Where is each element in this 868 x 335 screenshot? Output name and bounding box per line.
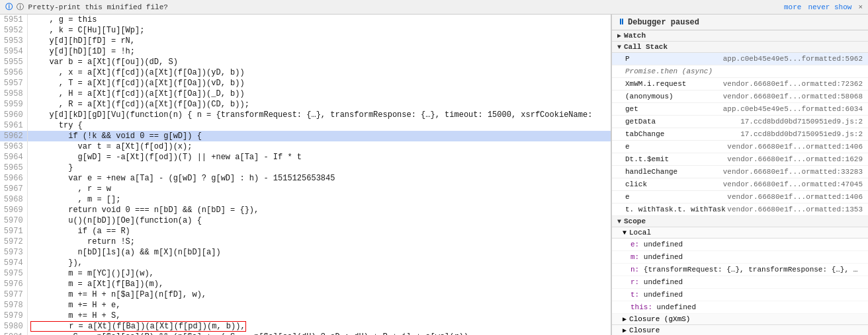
line-content: u()(n[bD])[Oe](function(a) { bbox=[27, 215, 611, 226]
table-row: 5979 m += H + S, bbox=[0, 311, 611, 321]
call-stack-item[interactable]: XmWM.i.requestvendor.66680e1f...ormatted… bbox=[612, 78, 868, 91]
line-content: m += H + S, bbox=[27, 311, 611, 321]
line-number: 5955 bbox=[0, 57, 27, 67]
call-stack-location: vendor.66680e1f...ormatted:1406 bbox=[705, 141, 863, 152]
table-row: 5952 , k = C[Hu][Tu][Wp]; bbox=[0, 25, 611, 36]
line-content: y[d][kD][gD][Vu](function(n) { n = {tran… bbox=[27, 110, 611, 120]
table-row: 5963 var t = a[Xt](f[od])(x); bbox=[0, 141, 611, 152]
line-content: } bbox=[27, 163, 611, 173]
call-stack-item[interactable]: evendor.66680e1f...ormatted:1406 bbox=[612, 191, 868, 204]
debugger-title: Debugger paused bbox=[628, 18, 699, 27]
scope-value: {transformRequest: {…}, transformRespons… bbox=[644, 266, 857, 274]
line-number: 5966 bbox=[0, 173, 27, 184]
line-content: var e = +new a[Ta] - (g[wD] ? g[wD] : h)… bbox=[27, 173, 611, 184]
line-content: , k = C[Hu][Tu][Wp]; bbox=[27, 25, 611, 36]
local-sub-header[interactable]: ▼ Local bbox=[612, 227, 868, 239]
call-stack-item[interactable]: t. withTask.t. withTaskvendor.66680e1f..… bbox=[612, 204, 868, 216]
callstack-section-header[interactable]: ▼ Call Stack bbox=[612, 42, 868, 53]
call-stack-item[interactable]: handleChangevendor.66680e1f...ormatted:3… bbox=[612, 166, 868, 178]
call-stack-name: e bbox=[625, 141, 705, 152]
call-stack-item[interactable]: Papp.c0eb45e49e5...formatted:5962 bbox=[612, 53, 868, 65]
pretty-print-notice: ⓘ ⓘ Pretty-print this minified file? bbox=[5, 2, 168, 12]
scope-item: n: {transformRequest: {…}, transformResp… bbox=[612, 264, 868, 276]
call-stack-location: vendor.66680e1f...ormatted:1406 bbox=[705, 192, 863, 202]
line-content: g[wD] = -a[Xt](f[od])(T) || +new a[Ta] -… bbox=[27, 152, 611, 163]
line-content: , m = []; bbox=[27, 194, 611, 205]
call-stack-item[interactable]: evendor.66680e1f...ormatted:1406 bbox=[612, 141, 868, 153]
line-content: -S == n[$a][ca](R) && (n[$a] += (-S == n… bbox=[27, 332, 611, 335]
table-row: 5970 u()(n[bD])[Oe](function(a) { bbox=[0, 215, 611, 226]
table-row: 5965 } bbox=[0, 163, 611, 173]
line-content: try { bbox=[27, 120, 611, 131]
table-row: 5957 , T = a[Xt](f[cd])(a[Xt](f[Oa])(vD,… bbox=[0, 78, 611, 89]
line-number: 5951 bbox=[0, 15, 27, 25]
line-number: 5967 bbox=[0, 184, 27, 194]
line-content: n[bD][ls](a) && m[X](n[bD][a]) bbox=[27, 247, 611, 258]
line-number: 5959 bbox=[0, 99, 27, 110]
line-content: , x = a[Xt](f[cd])(a[Xt](f[Oa])(yD, b)) bbox=[27, 67, 611, 78]
local-label: Local bbox=[629, 229, 651, 237]
line-number: 5974 bbox=[0, 258, 27, 268]
call-stack-name: Dt.t.$emit bbox=[625, 154, 705, 165]
line-number: 5962 bbox=[0, 131, 27, 141]
line-content: y[d][hD][fD] = rN, bbox=[27, 36, 611, 46]
pretty-print-text: ⓘ Pretty-print this minified file? bbox=[17, 2, 168, 12]
line-content: m += H + n[$a][Pa](n[fD], w), bbox=[27, 289, 611, 300]
scope-label: Scope bbox=[624, 217, 646, 225]
local-arrow: ▼ bbox=[623, 229, 627, 237]
table-row: 5953 y[d][hD][fD] = rN, bbox=[0, 36, 611, 46]
table-row: 5967 , r = w bbox=[0, 184, 611, 194]
line-content: }), bbox=[27, 258, 611, 268]
call-stack-location: app.c0eb45e49e5...formatted:5962 bbox=[705, 54, 863, 64]
closure-gxms-label: Closure (gXmS) bbox=[629, 315, 690, 323]
call-stack-location: vendor.66680e1f...ormatted:47045 bbox=[705, 179, 863, 190]
call-stack-item[interactable]: clickvendor.66680e1f...ormatted:47045 bbox=[612, 178, 868, 191]
line-number: 5954 bbox=[0, 46, 27, 57]
call-stack-location: app.c0eb45e49e5...formatted:6034 bbox=[705, 104, 863, 114]
table-row: 5975 m = m[YC]()[J](w), bbox=[0, 268, 611, 279]
callstack-arrow: ▼ bbox=[617, 44, 621, 51]
line-number: 5961 bbox=[0, 120, 27, 131]
table-row: 5958 , H = a[Xt](f[cd])(a[Xt](f[Oa])(_D,… bbox=[0, 89, 611, 99]
line-content: if (a == R) bbox=[27, 226, 611, 237]
line-number: 5964 bbox=[0, 152, 27, 163]
line-content: if (!k && void 0 == g[wD]) { bbox=[27, 131, 611, 141]
line-number: 5973 bbox=[0, 247, 27, 258]
call-stack-name: Promise.then (async) bbox=[625, 66, 713, 77]
table-row: 5961 try { bbox=[0, 120, 611, 131]
closure-header[interactable]: ▶ Closure bbox=[612, 325, 868, 335]
line-content: m = m[YC]()[J](w), bbox=[27, 268, 611, 279]
line-number: 5956 bbox=[0, 67, 27, 78]
top-bar-actions[interactable]: more never show × bbox=[784, 3, 863, 11]
call-stack-name: click bbox=[625, 179, 705, 190]
call-stack-location bbox=[713, 66, 863, 77]
scope-value: undefined bbox=[644, 278, 683, 286]
scope-item: this: undefined bbox=[612, 301, 868, 314]
table-row: 5962 if (!k && void 0 == g[wD]) { bbox=[0, 131, 611, 141]
line-content: var t = a[Xt](f[od])(x); bbox=[27, 141, 611, 152]
table-row: 5964 g[wD] = -a[Xt](f[od])(T) || +new a[… bbox=[0, 152, 611, 163]
code-table: 5951 , g = this5952 , k = C[Hu][Tu][Wp];… bbox=[0, 15, 611, 335]
table-row: 5974 }), bbox=[0, 258, 611, 268]
line-number: 5957 bbox=[0, 78, 27, 89]
code-panel[interactable]: 5951 , g = this5952 , k = C[Hu][Tu][Wp];… bbox=[0, 15, 611, 335]
line-content: , R = a[Xt](f[cd])(a[Xt](f[Oa])(CD, b)); bbox=[27, 99, 611, 110]
call-stack-item[interactable]: Dt.t.$emitvendor.66680e1f...ormatted:162… bbox=[612, 153, 868, 166]
scope-key: r: bbox=[630, 278, 644, 286]
call-stack-item[interactable]: Promise.then (async) bbox=[612, 65, 868, 78]
never-show-link[interactable]: never show bbox=[808, 3, 851, 11]
more-link[interactable]: more bbox=[784, 3, 801, 11]
call-stack-item[interactable]: (anonymous)vendor.66680e1f...ormatted:58… bbox=[612, 91, 868, 103]
closure-gxms-header[interactable]: ▶ Closure (gXmS) bbox=[612, 314, 868, 325]
close-icon[interactable]: × bbox=[858, 3, 863, 11]
call-stack-item[interactable]: getData17.ccd8bdd0bd7150951ed9.js:2 bbox=[612, 116, 868, 128]
line-number: 5960 bbox=[0, 110, 27, 120]
line-content: y[d][hD][1D] = !h; bbox=[27, 46, 611, 57]
line-number: 5952 bbox=[0, 25, 27, 36]
watch-section-header[interactable]: ▶ Watch bbox=[612, 30, 868, 42]
table-row: 5976 m = a[Xt](f[Ba])(m), bbox=[0, 279, 611, 289]
call-stack-item[interactable]: getapp.c0eb45e49e5...formatted:6034 bbox=[612, 103, 868, 116]
call-stack-name: XmWM.i.request bbox=[625, 79, 705, 89]
call-stack-item[interactable]: tabChange17.ccd8bdd0bd7150951ed9.js:2 bbox=[612, 128, 868, 141]
scope-section-header[interactable]: ▼ Scope bbox=[612, 216, 868, 227]
